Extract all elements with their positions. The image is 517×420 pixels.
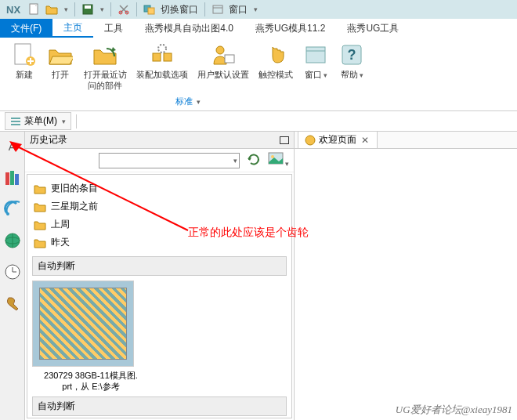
help-icon: ? <box>339 42 364 67</box>
qat-dropdown[interactable]: ▾ <box>64 5 68 13</box>
recent-button[interactable]: 打开最近访 问的部件 <box>78 41 132 92</box>
new-icon <box>12 42 37 67</box>
svg-point-35 <box>306 136 315 145</box>
assembly-icon <box>150 42 175 67</box>
cut-icon[interactable] <box>118 3 130 16</box>
svg-text:?: ? <box>348 47 356 63</box>
tab-home[interactable]: 主页 <box>52 19 93 38</box>
svg-rect-25 <box>15 174 19 185</box>
save-icon[interactable] <box>81 3 94 16</box>
svg-rect-24 <box>10 171 14 185</box>
help-button[interactable]: ? 帮助▾ <box>334 41 370 92</box>
tab-yx-auto[interactable]: 燕秀模具自动出图4.0 <box>134 19 244 38</box>
tab-tools[interactable]: 工具 <box>93 19 134 38</box>
svg-rect-20 <box>11 118 20 119</box>
menu-icon <box>10 116 21 127</box>
folder-item[interactable]: 更旧的条目 <box>32 179 287 197</box>
ribbon-group-standard: 新建 打开 打开最近访 问的部件 装配加载选项 用户默认设置 触控模式 <box>6 41 370 109</box>
welcome-tabs: 欢迎页面 ✕ <box>295 132 517 149</box>
ribbon-group-label: 标准 ▾ <box>175 96 201 107</box>
tab-yx-ugtool[interactable]: 燕秀UG工具 <box>336 19 410 38</box>
folder-item[interactable]: 三星期之前 <box>32 197 287 215</box>
window-dropdown[interactable]: ▾ <box>254 5 258 13</box>
svg-rect-21 <box>11 121 20 122</box>
svg-point-14 <box>216 46 224 54</box>
open-folder-icon[interactable] <box>45 3 58 16</box>
folder-item[interactable]: 昨天 <box>32 234 287 252</box>
menu-button[interactable]: 菜单(M) ▾ <box>5 112 71 130</box>
window-menu-icon[interactable] <box>212 3 224 16</box>
ribbon-tabs: 文件(F) 主页 工具 燕秀模具自动出图4.0 燕秀UG模具11.2 燕秀UG工… <box>0 19 517 38</box>
recent-icon <box>92 42 118 67</box>
window-menu-label[interactable]: 窗口 <box>229 3 248 16</box>
watermark: UG爱好者论坛@xieay1981 <box>396 403 512 417</box>
rail-tool-icon[interactable] <box>2 293 23 313</box>
svg-rect-22 <box>11 124 20 125</box>
svg-rect-7 <box>213 5 222 13</box>
tab-yx-ug112[interactable]: 燕秀UG模具11.2 <box>244 19 336 38</box>
touch-mode-button[interactable]: 触控模式 <box>254 41 298 92</box>
open-button[interactable]: 打开 <box>42 41 78 92</box>
welcome-tab[interactable]: 欢迎页面 ✕ <box>298 131 378 149</box>
rail-books-icon[interactable] <box>2 168 23 188</box>
svg-rect-16 <box>306 47 325 63</box>
history-header: 历史记录 <box>25 132 294 149</box>
folder-item[interactable]: 上周 <box>32 215 287 234</box>
history-combo[interactable]: ▾ <box>99 153 240 168</box>
maximize-icon[interactable] <box>280 136 289 144</box>
switch-window-label[interactable]: 切换窗口 <box>161 3 198 16</box>
history-list: 更旧的条目 三星期之前 上周 昨天 自动判断 230729 38GB-11模具图… <box>27 174 292 418</box>
svg-point-26 <box>6 212 9 215</box>
part-thumbnail[interactable] <box>32 281 134 367</box>
svg-rect-12 <box>164 53 172 61</box>
svg-point-34 <box>271 155 274 158</box>
image-icon[interactable]: ▾ <box>268 152 289 168</box>
new-file-icon[interactable] <box>28 3 41 16</box>
svg-rect-11 <box>153 53 161 61</box>
user-defaults-button[interactable]: 用户默认设置 <box>193 41 254 92</box>
tab-file[interactable]: 文件(F) <box>0 19 52 38</box>
refresh-icon[interactable] <box>246 152 262 168</box>
assembly-load-button[interactable]: 装配加载选项 <box>132 41 193 92</box>
svg-rect-15 <box>225 55 234 63</box>
left-rail: A <box>0 132 25 420</box>
rail-signal-icon[interactable] <box>2 199 23 219</box>
folder-icon <box>34 219 46 230</box>
save-dropdown[interactable]: ▾ <box>100 5 104 13</box>
user-defaults-icon <box>211 42 236 67</box>
history-toolbar: ▾ ▾ <box>25 149 294 172</box>
svg-rect-23 <box>5 172 9 185</box>
rail-globe-icon[interactable] <box>2 230 23 251</box>
window-button[interactable]: 窗口▾ <box>298 41 334 92</box>
svg-rect-6 <box>148 8 154 14</box>
svg-point-13 <box>158 45 166 52</box>
welcome-icon <box>305 135 316 146</box>
history-title: 历史记录 <box>30 133 67 147</box>
open-icon <box>48 42 73 67</box>
section-auto-judge: 自动判断 <box>32 256 287 276</box>
title-bar: NX ▾ ▾ 切换窗口 窗口 ▾ <box>0 0 517 19</box>
switch-window-icon[interactable] <box>143 3 156 16</box>
folder-icon <box>34 201 46 212</box>
close-icon[interactable]: ✕ <box>360 135 371 146</box>
section-auto-judge-2: 自动判断 <box>32 396 287 416</box>
svg-rect-2 <box>85 5 91 9</box>
menu-bar: 菜单(M) ▾ <box>0 111 517 132</box>
new-button[interactable]: 新建 <box>6 41 42 92</box>
folder-icon <box>34 237 46 248</box>
welcome-panel: 欢迎页面 ✕ <box>295 132 517 420</box>
app-logo: NX <box>3 4 24 16</box>
touch-icon <box>263 42 288 67</box>
rail-clock-icon[interactable] <box>2 262 23 282</box>
history-panel: 历史记录 ▾ ▾ 更旧的条目 三星期之前 上周 昨天 自动判断 230729 3… <box>25 132 295 420</box>
window-icon <box>303 42 328 67</box>
folder-icon <box>34 183 46 194</box>
thumb-caption: 230729 38GB-11模具图. prt，从 E:\参考 <box>32 370 150 392</box>
rail-text-icon[interactable]: A <box>2 136 23 157</box>
content: A 历史记录 ▾ ▾ 更旧的条目 三星期之前 上周 昨天 自动判断 230729… <box>0 132 517 420</box>
ribbon: 新建 打开 打开最近访 问的部件 装配加载选项 用户默认设置 触控模式 <box>0 38 517 111</box>
